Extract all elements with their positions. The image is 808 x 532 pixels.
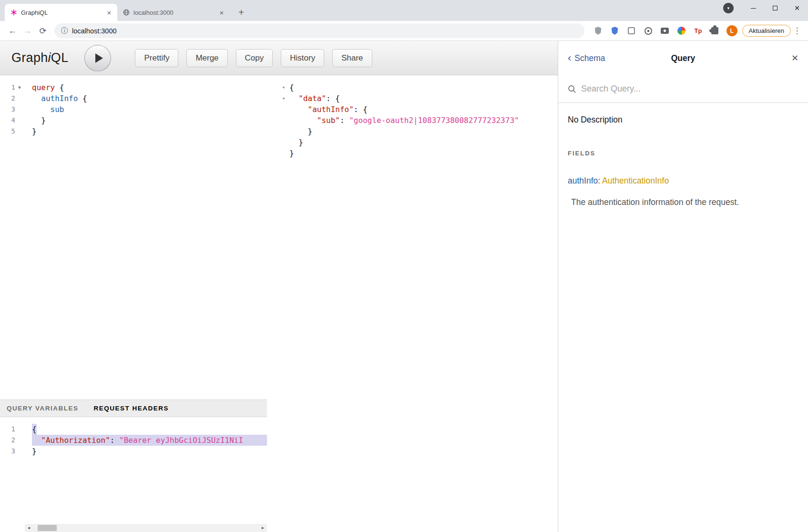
- code-line[interactable]: "authInfo": {: [289, 104, 558, 115]
- scrollbar-track[interactable]: [33, 524, 259, 532]
- doc-fields-header: FIELDS: [568, 150, 798, 157]
- fold-arrow-icon[interactable]: ▾: [282, 93, 287, 104]
- tab-close-icon[interactable]: ×: [105, 8, 113, 17]
- execute-button[interactable]: [84, 45, 111, 72]
- code-token: "Authorization": [41, 435, 110, 446]
- share-button[interactable]: Share: [332, 49, 372, 67]
- code-line[interactable]: }: [289, 137, 558, 148]
- code-line[interactable]: authInfo {: [32, 93, 267, 104]
- fold-arrow-icon[interactable]: ▾: [15, 82, 24, 93]
- browser-tab-graphiql[interactable]: GraphiQL ×: [5, 4, 117, 21]
- gutter-line: 3: [0, 446, 25, 457]
- shield-gray-icon[interactable]: [593, 26, 603, 36]
- scroll-right-icon[interactable]: ►: [259, 524, 267, 532]
- browser-update-indicator[interactable]: ▼: [723, 3, 734, 13]
- camera-icon[interactable]: [660, 26, 670, 36]
- request-headers-editor[interactable]: 123 { "Authorization": "Bearer eyJhbGciO…: [0, 417, 267, 524]
- new-tab-button[interactable]: +: [235, 6, 248, 19]
- pinwheel-icon[interactable]: [676, 26, 687, 36]
- query-pane: 1▾2345 query { authInfo { sub }} QUERY V…: [0, 75, 267, 532]
- logo-post: QL: [51, 51, 69, 65]
- code-token: [32, 435, 41, 446]
- query-editor-gutter: 1▾2345: [0, 75, 25, 399]
- site-info-icon[interactable]: ⓘ: [61, 27, 68, 35]
- maximize-icon: [773, 6, 777, 10]
- tab-close-icon[interactable]: ×: [217, 8, 226, 17]
- box-icon[interactable]: [626, 26, 637, 36]
- response-code: ▾{▾ "data": { "authInfo": { "sub": "goog…: [282, 75, 558, 159]
- puzzle-shape: [711, 27, 718, 34]
- maximize-button[interactable]: [764, 0, 786, 16]
- code-token: query: [32, 82, 55, 93]
- browser-menu-icon[interactable]: ⋮: [791, 23, 803, 39]
- code-line[interactable]: ▾{: [289, 82, 558, 93]
- shield-blue-icon[interactable]: [610, 26, 620, 36]
- code-token: "Bearer eyJhbGciOiJSUzI1NiI: [119, 435, 243, 446]
- history-button[interactable]: History: [281, 49, 324, 67]
- code-line[interactable]: }: [32, 115, 267, 126]
- graphiql-logo: GraphiQL: [11, 51, 68, 65]
- merge-button[interactable]: Merge: [186, 49, 227, 67]
- scroll-left-icon[interactable]: ◄: [25, 524, 33, 532]
- gutter-line: 2: [0, 93, 25, 104]
- update-button[interactable]: Aktualisieren: [742, 25, 791, 37]
- code-line[interactable]: {: [32, 424, 267, 435]
- line-number: 2: [0, 435, 15, 446]
- puzzle-icon[interactable]: [710, 26, 720, 36]
- line-number: 3: [0, 446, 15, 457]
- address-bar[interactable]: ⓘ localhost:3000: [54, 23, 584, 38]
- code-line[interactable]: "sub": "google-oauth2|108377380082777232…: [289, 115, 558, 126]
- code-token: :: [340, 115, 349, 126]
- tab-request-headers[interactable]: REQUEST HEADERS: [94, 405, 169, 412]
- pinwheel-shape: [677, 27, 685, 35]
- field-type-link[interactable]: AuthenticationInfo: [602, 176, 669, 185]
- code-line[interactable]: query {: [32, 82, 267, 93]
- minimize-button[interactable]: [742, 0, 764, 16]
- fold-gutter: [15, 115, 24, 126]
- code-line[interactable]: ▾ "data": {: [289, 93, 558, 104]
- fold-arrow-icon[interactable]: ▾: [282, 82, 287, 93]
- target-icon[interactable]: [643, 26, 654, 36]
- tab-query-variables[interactable]: QUERY VARIABLES: [7, 405, 79, 412]
- reload-icon[interactable]: ⟳: [35, 23, 51, 39]
- doc-title: Query: [671, 53, 695, 63]
- query-editor-code[interactable]: query { authInfo { sub }}: [25, 75, 267, 399]
- graphiql-topbar: GraphiQL Prettify Merge Copy History Sha…: [0, 41, 558, 75]
- back-icon[interactable]: ←: [5, 23, 20, 39]
- globe-icon: [123, 9, 130, 16]
- fold-gutter: [15, 424, 24, 435]
- code-line[interactable]: }: [32, 446, 267, 457]
- code-line[interactable]: }: [32, 126, 267, 137]
- doc-back-link[interactable]: ‹Schema: [568, 53, 605, 63]
- code-line[interactable]: "Authorization": "Bearer eyJhbGciOiJSUzI…: [32, 435, 267, 446]
- code-token: [289, 93, 298, 104]
- code-line[interactable]: }: [289, 148, 558, 159]
- prettify-button[interactable]: Prettify: [135, 49, 178, 67]
- forward-icon[interactable]: →: [20, 23, 35, 39]
- doc-search-input[interactable]: [581, 84, 798, 94]
- code-line[interactable]: }: [289, 126, 558, 137]
- line-number: 1: [0, 82, 15, 93]
- profile-avatar[interactable]: L: [726, 25, 737, 36]
- play-icon: [95, 53, 103, 63]
- code-token: }: [32, 115, 46, 126]
- code-token: [289, 115, 317, 126]
- window-close-button[interactable]: ✕: [786, 0, 808, 16]
- box-shape: [628, 27, 635, 34]
- horizontal-scrollbar[interactable]: ◄ ►: [25, 524, 267, 532]
- doc-close-icon[interactable]: ✕: [791, 53, 798, 63]
- extensions-row: Tp L: [588, 25, 742, 36]
- doc-content: No Description FIELDS authInfo: Authenti…: [558, 103, 808, 219]
- code-line[interactable]: sub: [32, 104, 267, 115]
- query-editor[interactable]: 1▾2345 query { authInfo { sub }}: [0, 75, 267, 399]
- code-token: "sub": [317, 115, 340, 126]
- tab-title: GraphiQL: [21, 9, 101, 16]
- headers-editor-code[interactable]: { "Authorization": "Bearer eyJhbGciOiJSU…: [25, 417, 267, 524]
- scrollbar-thumb[interactable]: [38, 525, 57, 531]
- fold-gutter: [15, 126, 24, 137]
- copy-button[interactable]: Copy: [236, 49, 273, 67]
- gutter-line: 3: [0, 104, 25, 115]
- browser-tab-localhost[interactable]: localhost:3000 ×: [117, 4, 230, 21]
- field-name-link[interactable]: authInfo: [568, 176, 598, 185]
- tp-extension-icon[interactable]: Tp: [693, 26, 704, 36]
